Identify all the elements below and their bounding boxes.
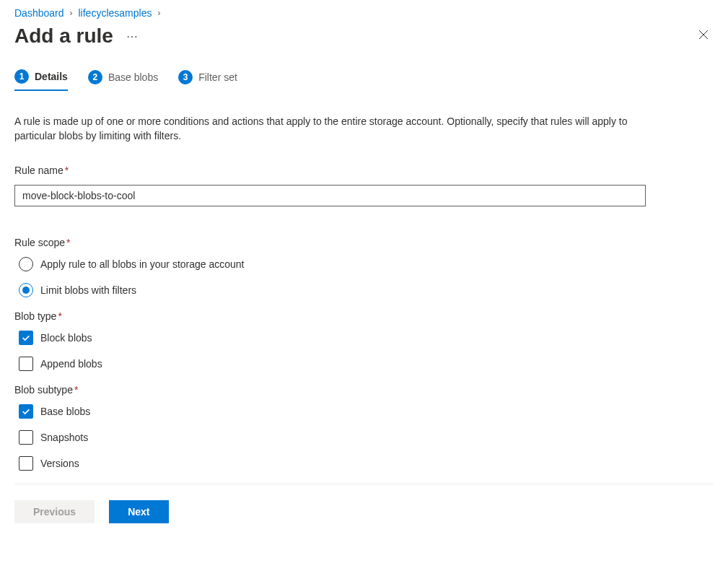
step-number-badge: 2 (88, 70, 102, 84)
step-number-badge: 1 (14, 69, 29, 84)
radio-icon (19, 283, 33, 297)
radio-label: Apply rule to all blobs in your storage … (40, 258, 245, 270)
required-indicator: * (65, 165, 69, 176)
step-details[interactable]: 1 Details (14, 69, 68, 91)
checkbox-icon (19, 404, 33, 419)
required-indicator: * (74, 384, 78, 396)
checkbox-label: Base blobs (40, 406, 90, 417)
radio-label: Limit blobs with filters (40, 284, 136, 296)
blob-subtype-label: Blob subtype* (14, 384, 714, 396)
required-indicator: * (66, 237, 70, 248)
checkbox-label: Append blobs (40, 358, 102, 370)
checkbox-icon (19, 331, 33, 345)
checkbox-icon (19, 456, 33, 471)
step-label: Base blobs (108, 71, 158, 83)
blob-type-group: Blob type* Block blobs Append blobs (14, 310, 714, 371)
next-button[interactable]: Next (109, 500, 168, 523)
blob-type-block[interactable]: Block blobs (19, 331, 714, 345)
step-label: Details (35, 71, 68, 82)
page-title: Add a rule (14, 25, 113, 48)
chevron-right-icon: › (157, 8, 160, 18)
blob-subtype-versions[interactable]: Versions (19, 456, 714, 471)
page-header: Add a rule ⋯ (14, 25, 714, 48)
previous-button: Previous (14, 500, 95, 523)
step-filter-set[interactable]: 3 Filter set (178, 70, 237, 90)
blob-subtype-base[interactable]: Base blobs (19, 404, 714, 419)
radio-icon (19, 257, 33, 271)
divider (14, 484, 714, 484)
description-text: A rule is made up of one or more conditi… (14, 115, 649, 143)
step-number-badge: 3 (178, 70, 193, 84)
checkbox-icon (19, 430, 33, 445)
blob-subtype-snapshots[interactable]: Snapshots (19, 430, 714, 445)
chevron-right-icon: › (70, 8, 73, 18)
rule-scope-option-filter[interactable]: Limit blobs with filters (19, 283, 714, 297)
rule-name-group: Rule name* (14, 165, 714, 224)
blob-type-label: Blob type* (14, 310, 714, 322)
required-indicator: * (58, 310, 61, 322)
rule-name-input[interactable] (14, 185, 646, 206)
breadcrumb-lifecyclesamples[interactable]: lifecyclesamples (79, 7, 152, 19)
more-icon[interactable]: ⋯ (126, 30, 139, 43)
checkbox-icon (19, 357, 33, 371)
blob-type-append[interactable]: Append blobs (19, 357, 714, 371)
rule-name-label: Rule name* (14, 165, 714, 176)
close-button[interactable] (693, 25, 714, 48)
breadcrumb-dashboard[interactable]: Dashboard (14, 7, 64, 19)
button-row: Previous Next (14, 500, 714, 523)
checkbox-label: Block blobs (40, 332, 92, 344)
close-icon (698, 29, 709, 40)
rule-scope-group: Rule scope* Apply rule to all blobs in y… (14, 237, 714, 297)
step-base-blobs[interactable]: 2 Base blobs (88, 70, 158, 90)
rule-scope-option-all[interactable]: Apply rule to all blobs in your storage … (19, 257, 714, 271)
breadcrumb: Dashboard › lifecyclesamples › (14, 7, 714, 19)
blob-subtype-group: Blob subtype* Base blobs Snapshots Versi… (14, 384, 714, 471)
rule-scope-label: Rule scope* (14, 237, 714, 248)
checkbox-label: Versions (40, 458, 79, 469)
step-label: Filter set (198, 71, 237, 83)
checkbox-label: Snapshots (40, 432, 88, 443)
wizard-stepper: 1 Details 2 Base blobs 3 Filter set (14, 69, 714, 91)
